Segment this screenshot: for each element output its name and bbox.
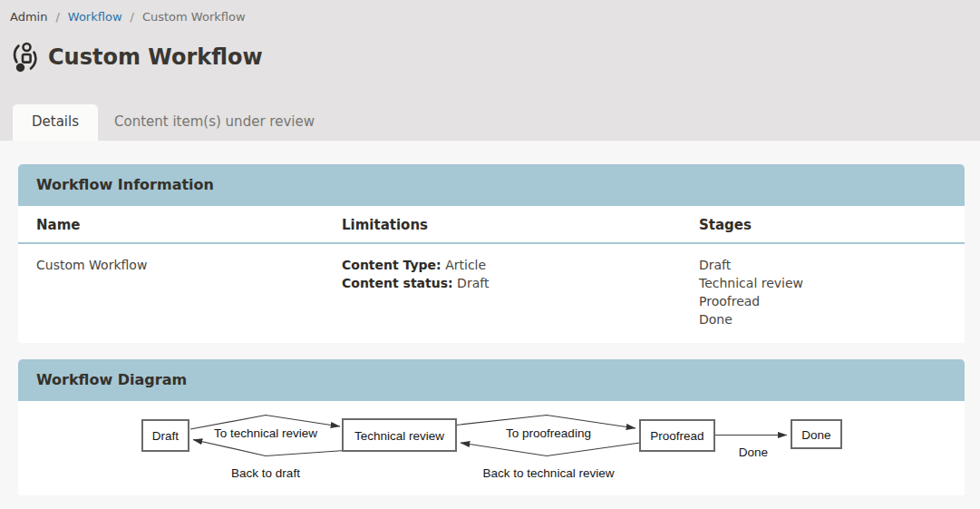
column-header-limitations: Limitations (342, 217, 699, 233)
transition-label-done: Done (739, 445, 768, 459)
limitation-content-type: Content Type: Article (342, 256, 699, 274)
page-header: Admin / Workflow / Custom Workflow Custo… (0, 0, 980, 141)
node-label-draft: Draft (152, 429, 180, 443)
tab-details[interactable]: Details (13, 104, 98, 141)
breadcrumb-separator: / (131, 10, 134, 24)
limitation-label: Content status: (342, 276, 453, 290)
limitation-label: Content Type: (342, 258, 441, 272)
node-label-technical-review: Technical review (354, 429, 444, 443)
transition-label-to-technical-review: To technical review (214, 426, 317, 440)
breadcrumb-item-admin: Admin (10, 10, 47, 24)
tab-content-items-under-review[interactable]: Content item(s) under review (98, 104, 331, 141)
limitation-value: Draft (457, 276, 489, 290)
cell-stages: Draft Technical review Proofread Done (699, 256, 946, 328)
workflow-information-panel: Workflow Information Name Limitations St… (18, 164, 965, 343)
edge-back-to-technical-review (461, 443, 640, 456)
column-header-name: Name (36, 217, 342, 233)
workflow-diagram-canvas: Draft Technical review Proofread Done To… (18, 401, 965, 495)
stage-item: Proofread (699, 292, 946, 310)
stage-item: Technical review (699, 274, 946, 292)
breadcrumb: Admin / Workflow / Custom Workflow (0, 0, 980, 24)
breadcrumb-item-current: Custom Workflow (142, 10, 246, 24)
node-label-done: Done (801, 428, 830, 442)
breadcrumb-item-workflow[interactable]: Workflow (68, 10, 122, 24)
page-title: Custom Workflow (48, 44, 263, 70)
transition-label-back-to-draft: Back to draft (231, 466, 300, 480)
tab-bar: Details Content item(s) under review (0, 104, 331, 141)
stage-item: Done (699, 310, 946, 328)
limitation-value: Article (445, 258, 486, 272)
main-content: Workflow Information Name Limitations St… (0, 141, 980, 495)
workflow-icon (9, 42, 37, 73)
table-row: Custom Workflow Content Type: Article Co… (18, 244, 965, 343)
workflow-diagram-header: Workflow Diagram (18, 359, 965, 401)
transition-label-to-proofreading: To proofreading (506, 426, 591, 440)
cell-name: Custom Workflow (36, 256, 342, 328)
table-header-row: Name Limitations Stages (18, 206, 965, 244)
edge-back-to-draft (193, 440, 344, 456)
transition-label-back-to-technical-review: Back to technical review (483, 466, 615, 480)
cell-limitations: Content Type: Article Content status: Dr… (342, 256, 699, 328)
breadcrumb-separator: / (55, 10, 59, 24)
limitation-content-status: Content status: Draft (342, 274, 699, 292)
workflow-diagram-panel: Workflow Diagram (18, 359, 965, 495)
workflow-information-table: Name Limitations Stages Custom Workflow … (18, 206, 965, 343)
stage-item: Draft (699, 256, 946, 274)
node-label-proofread: Proofread (650, 429, 703, 443)
workflow-diagram-svg: Draft Technical review Proofread Done To… (18, 401, 965, 495)
workflow-information-header: Workflow Information (18, 164, 965, 206)
column-header-stages: Stages (699, 217, 946, 233)
title-row: Custom Workflow (9, 42, 980, 73)
